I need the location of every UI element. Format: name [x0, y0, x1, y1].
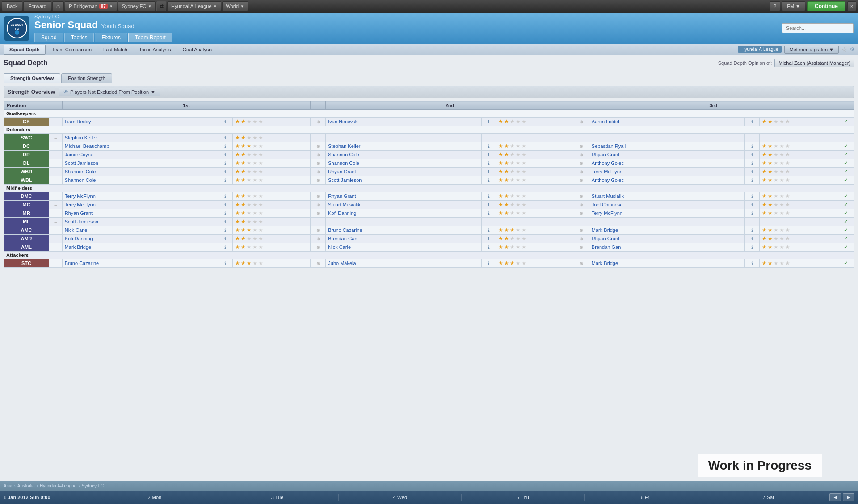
- player-link[interactable]: Liam Reddy: [65, 119, 91, 124]
- player-link[interactable]: Anthony Golec: [592, 177, 624, 183]
- subnav-tactic-analysis[interactable]: Tactic Analysis: [134, 45, 177, 55]
- bc-club[interactable]: Sydney FC: [82, 483, 104, 488]
- forward-button[interactable]: Forward: [23, 1, 51, 11]
- info-icon-2[interactable]: ℹ: [488, 194, 490, 199]
- subnav-squad-depth[interactable]: Squad Depth: [4, 45, 46, 55]
- search-input[interactable]: [782, 23, 854, 33]
- info-icon-3[interactable]: ℹ: [751, 178, 753, 183]
- player-link[interactable]: Rhyan Grant: [328, 193, 356, 199]
- player-link[interactable]: Terry McFlynn: [592, 169, 622, 174]
- info-icon-3[interactable]: ℹ: [751, 211, 753, 216]
- player-link[interactable]: Rhyan Grant: [328, 169, 356, 174]
- tab-position-strength[interactable]: Position Strength: [61, 73, 112, 83]
- player-link[interactable]: Stephan Keller: [328, 143, 360, 149]
- cal-day[interactable]: 2 Mon: [93, 494, 216, 501]
- info-icon-2[interactable]: ℹ: [488, 161, 490, 166]
- info-icon-3[interactable]: ℹ: [751, 161, 753, 166]
- player-link[interactable]: Scott Jamieson: [328, 177, 362, 183]
- player-link[interactable]: Brendan Gan: [592, 244, 621, 250]
- info-icon-1[interactable]: ℹ: [224, 152, 226, 157]
- star-icon[interactable]: ☆: [841, 46, 847, 53]
- info-icon-1[interactable]: ℹ: [224, 245, 226, 250]
- player-link[interactable]: Shannon Cole: [328, 160, 359, 166]
- player-link[interactable]: Mark Bridge: [592, 227, 618, 233]
- info-icon-2[interactable]: ℹ: [488, 169, 490, 174]
- continue-button[interactable]: Continue: [807, 1, 845, 11]
- player-link[interactable]: Nick Carle: [328, 244, 351, 250]
- info-icon-1[interactable]: ℹ: [224, 169, 226, 174]
- opinion-select[interactable]: Michal Zach (Assistant Manager): [774, 59, 854, 67]
- player-link[interactable]: Sebastian Ryall: [592, 143, 626, 149]
- info-icon-1[interactable]: ℹ: [224, 236, 226, 241]
- manager-dropdown[interactable]: P Bridgeman 87 ▼: [65, 1, 117, 11]
- player-link[interactable]: Scott Jamieson: [65, 219, 98, 224]
- minimize-button[interactable]: ×: [847, 1, 856, 11]
- player-link[interactable]: Shannon Cole: [65, 169, 96, 174]
- player-link[interactable]: Bruno Cazarine: [65, 260, 99, 266]
- info-icon-1[interactable]: ℹ: [224, 178, 226, 183]
- settings-icon[interactable]: ⚙: [850, 46, 854, 52]
- cal-day[interactable]: 7 Sat: [707, 494, 830, 501]
- player-link[interactable]: Anthony Golec: [592, 160, 624, 166]
- info-icon-3[interactable]: ℹ: [751, 169, 753, 174]
- player-link[interactable]: Mark Bridge: [65, 244, 91, 250]
- info-icon-2[interactable]: ℹ: [488, 202, 490, 207]
- info-icon-3[interactable]: ℹ: [751, 152, 753, 157]
- info-icon-3[interactable]: ℹ: [751, 144, 753, 149]
- player-link[interactable]: Ivan Necevski: [328, 119, 358, 124]
- subnav-team-comparison[interactable]: Team Comparison: [46, 45, 97, 55]
- player-link[interactable]: Kofi Danning: [328, 210, 356, 216]
- swap-button[interactable]: ⇄: [156, 1, 166, 11]
- info-icon-1[interactable]: ℹ: [224, 219, 226, 224]
- info-icon-2[interactable]: ℹ: [488, 119, 490, 124]
- info-icon-1[interactable]: ℹ: [224, 261, 226, 266]
- fm-button[interactable]: FM ▼: [782, 1, 805, 11]
- player-link[interactable]: Rhyan Grant: [592, 236, 619, 241]
- tab-teamreport[interactable]: Team Report: [128, 33, 172, 42]
- player-link[interactable]: Jamie Coyne: [65, 152, 93, 157]
- info-icon-1[interactable]: ℹ: [224, 228, 226, 233]
- player-link[interactable]: Stuart Musialik: [328, 202, 360, 207]
- info-icon-2[interactable]: ℹ: [488, 261, 490, 266]
- info-icon-1[interactable]: ℹ: [224, 161, 226, 166]
- info-icon-2[interactable]: ℹ: [488, 178, 490, 183]
- info-icon-2[interactable]: ℹ: [488, 152, 490, 157]
- tab-tactics[interactable]: Tactics: [64, 33, 94, 42]
- media-button[interactable]: Met media praten ▼: [784, 46, 839, 54]
- player-link[interactable]: Michael Beauchamp: [65, 143, 109, 149]
- cal-prev[interactable]: ◄: [829, 493, 841, 501]
- info-icon-3[interactable]: ℹ: [751, 202, 753, 207]
- cal-next[interactable]: ►: [843, 493, 854, 501]
- league-dropdown[interactable]: Hyundai A-League ▼: [167, 1, 221, 11]
- home-button[interactable]: ⌂: [52, 1, 64, 11]
- filter-positions-button[interactable]: 👁 Players Not Excluded From Position ▼: [59, 88, 160, 96]
- player-link[interactable]: Shannon Cole: [328, 152, 359, 157]
- tab-squad[interactable]: Squad: [34, 33, 63, 42]
- info-icon-2[interactable]: ℹ: [488, 228, 490, 233]
- player-link[interactable]: Brendan Gan: [328, 236, 357, 241]
- player-link[interactable]: Nick Carle: [65, 227, 88, 233]
- info-icon-2[interactable]: ℹ: [488, 245, 490, 250]
- player-link[interactable]: Terry McFlynn: [65, 193, 96, 199]
- player-link[interactable]: Stephan Keller: [65, 135, 97, 140]
- back-button[interactable]: Back: [2, 1, 22, 11]
- info-icon-2[interactable]: ℹ: [488, 144, 490, 149]
- info-icon-1[interactable]: ℹ: [224, 144, 226, 149]
- player-link[interactable]: Scott Jamieson: [65, 160, 98, 166]
- cal-day[interactable]: 3 Tue: [216, 494, 339, 501]
- player-link[interactable]: Rhyan Grant: [592, 152, 619, 157]
- info-icon-3[interactable]: ℹ: [751, 194, 753, 199]
- player-link[interactable]: Mark Bridge: [592, 260, 618, 266]
- cal-day[interactable]: 4 Wed: [338, 494, 461, 501]
- info-icon-3[interactable]: ℹ: [751, 236, 753, 241]
- info-icon-1[interactable]: ℹ: [224, 119, 226, 124]
- subnav-goal-analysis[interactable]: Goal Analysis: [177, 45, 218, 55]
- bc-asia[interactable]: Asia: [4, 483, 12, 488]
- info-icon-2[interactable]: ℹ: [488, 211, 490, 216]
- player-link[interactable]: Terry McFlynn: [592, 210, 622, 216]
- player-link[interactable]: Rhyan Grant: [65, 210, 93, 216]
- player-link[interactable]: Aaron Liddel: [592, 119, 619, 124]
- info-icon-1[interactable]: ℹ: [224, 135, 226, 140]
- player-link[interactable]: Joel Chianese: [592, 202, 623, 207]
- info-icon-1[interactable]: ℹ: [224, 194, 226, 199]
